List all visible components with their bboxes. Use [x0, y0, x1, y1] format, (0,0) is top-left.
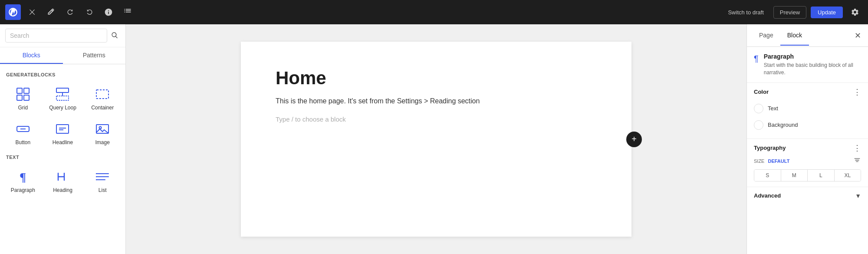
color-option-background: Background — [754, 117, 861, 133]
svg-point-14 — [99, 127, 102, 129]
block-item-headline[interactable]: Headline — [43, 115, 82, 149]
right-sidebar-header: Page Block ✕ — [747, 24, 868, 47]
color-section-header: Color ⋮ — [754, 88, 861, 96]
block-item-button-label: Button — [15, 139, 30, 145]
search-input[interactable] — [5, 29, 107, 43]
paragraph-icon: ¶ — [15, 169, 31, 185]
add-block-hint[interactable]: Type / to choose a block — [276, 115, 597, 123]
block-info-text: Paragraph Start with the basic building … — [764, 53, 861, 76]
headline-icon — [55, 121, 70, 137]
update-button[interactable]: Update — [811, 7, 843, 18]
background-color-label: Background — [768, 122, 798, 128]
heading-icon — [55, 169, 70, 185]
size-option-l[interactable]: L — [808, 170, 835, 181]
wp-logo[interactable] — [5, 4, 21, 20]
advanced-title: Advanced — [754, 192, 781, 199]
svg-rect-10 — [56, 125, 69, 133]
block-item-image[interactable]: Image — [83, 115, 122, 149]
svg-rect-1 — [24, 88, 29, 93]
info-button[interactable] — [101, 4, 116, 20]
block-info: ¶ Paragraph Start with the basic buildin… — [747, 47, 868, 83]
block-item-query-loop[interactable]: Query Loop — [43, 81, 82, 115]
block-info-title: Paragraph — [764, 53, 861, 60]
sidebar-tabs: Blocks Patterns — [0, 47, 125, 64]
close-sidebar-button[interactable]: ✕ — [853, 29, 863, 42]
right-tabs: Page Block — [752, 26, 809, 46]
add-block-button[interactable]: + — [626, 132, 642, 147]
svg-rect-5 — [56, 96, 69, 100]
page-content: Home This is the home page. It's set fro… — [241, 42, 631, 237]
main-layout: Blocks Patterns GENERATEBLOCKS — [0, 24, 868, 254]
section-label-generateblocks: GENERATEBLOCKS — [0, 69, 125, 79]
text-grid: ¶ Paragraph Heading — [0, 162, 125, 199]
block-item-headline-label: Headline — [53, 139, 73, 145]
top-toolbar: Switch to draft Preview Update — [0, 0, 868, 24]
block-item-list-label: List — [99, 187, 107, 193]
edit-button[interactable] — [43, 4, 59, 20]
size-option-m[interactable]: M — [781, 170, 808, 181]
block-item-image-label: Image — [95, 139, 109, 145]
sidebar-content: GENERATEBLOCKS Grid — [0, 64, 125, 254]
block-item-container[interactable]: Container — [83, 81, 122, 115]
page-title: Home — [276, 68, 597, 89]
tab-blocks[interactable]: Blocks — [0, 47, 63, 64]
paragraph-block-icon: ¶ — [754, 54, 759, 64]
svg-rect-2 — [17, 95, 22, 100]
typography-controls: ⋮ — [853, 144, 861, 152]
tab-patterns[interactable]: Patterns — [63, 47, 126, 64]
svg-rect-0 — [17, 88, 22, 93]
search-button[interactable] — [109, 30, 120, 42]
svg-point-22 — [96, 173, 97, 174]
block-item-query-loop-label: Query Loop — [49, 105, 76, 111]
svg-text:¶: ¶ — [20, 170, 26, 184]
size-label: SIZE — [754, 158, 764, 164]
query-loop-icon — [55, 86, 70, 102]
advanced-toggle-button[interactable]: ▼ — [855, 192, 861, 199]
color-option-text: Text — [754, 100, 861, 117]
search-bar — [0, 24, 125, 47]
size-option-s[interactable]: S — [754, 170, 781, 181]
image-icon — [95, 121, 110, 137]
size-option-xl[interactable]: XL — [835, 170, 861, 181]
close-button[interactable] — [24, 4, 40, 20]
typography-more-button[interactable]: ⋮ — [853, 144, 861, 152]
list-view-button[interactable] — [120, 4, 135, 20]
typography-section: Typography ⋮ SIZE DEFAULT S M L XL — [747, 139, 868, 187]
color-section-title: Color — [754, 89, 769, 95]
block-item-heading-label: Heading — [53, 187, 72, 193]
size-row: SIZE DEFAULT — [754, 156, 861, 166]
background-color-circle[interactable] — [754, 120, 763, 130]
svg-point-23 — [96, 176, 97, 177]
undo-button[interactable] — [62, 4, 78, 20]
toolbar-left — [5, 4, 135, 20]
svg-rect-3 — [24, 95, 29, 100]
block-item-heading[interactable]: Heading — [43, 163, 82, 197]
block-item-container-label: Container — [91, 105, 114, 111]
section-label-text: TEXT — [0, 151, 125, 162]
redo-button[interactable] — [82, 4, 97, 20]
block-item-paragraph-label: Paragraph — [11, 187, 35, 193]
advanced-section: Advanced ▼ — [747, 187, 868, 205]
grid-icon — [15, 86, 31, 102]
preview-button[interactable]: Preview — [773, 6, 806, 19]
advanced-header: Advanced ▼ — [754, 192, 861, 199]
container-icon — [95, 86, 110, 102]
block-item-button[interactable]: Button — [3, 115, 43, 149]
settings-button[interactable] — [847, 4, 863, 20]
tab-block[interactable]: Block — [780, 26, 809, 46]
svg-rect-4 — [56, 88, 69, 92]
tab-page[interactable]: Page — [752, 26, 780, 46]
canvas: Home This is the home page. It's set fro… — [126, 24, 746, 254]
list-icon — [95, 169, 110, 185]
svg-point-24 — [96, 179, 97, 180]
color-section-more-button[interactable]: ⋮ — [853, 88, 861, 96]
size-settings-icon[interactable] — [853, 156, 861, 166]
block-item-grid[interactable]: Grid — [3, 81, 43, 115]
right-sidebar: Page Block ✕ ¶ Paragraph Start with the … — [746, 24, 868, 254]
block-item-paragraph[interactable]: ¶ Paragraph — [3, 163, 43, 197]
typography-title: Typography — [754, 145, 786, 151]
toolbar-right: Switch to draft Preview Update — [723, 4, 863, 20]
switch-to-draft-button[interactable]: Switch to draft — [723, 7, 769, 18]
block-item-list[interactable]: List — [83, 163, 122, 197]
text-color-circle[interactable] — [754, 104, 763, 113]
